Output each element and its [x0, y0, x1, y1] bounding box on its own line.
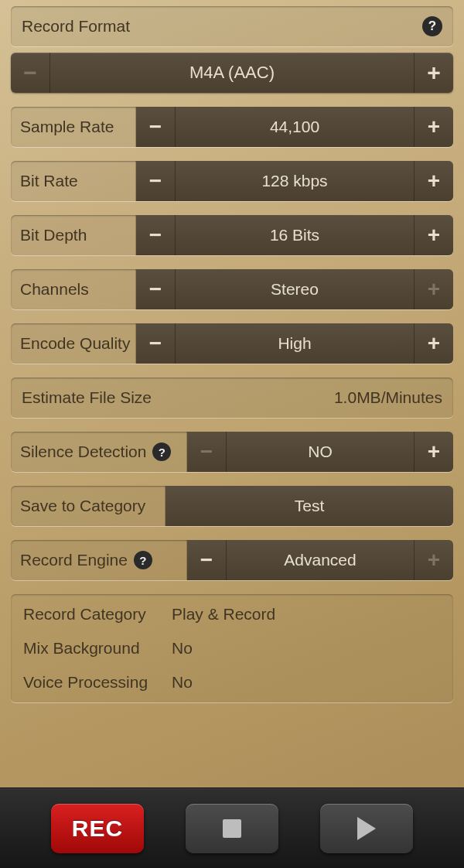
channels-row: Channels − Stereo + [11, 269, 453, 309]
stop-icon [223, 819, 241, 838]
bit-rate-plus-button[interactable]: + [415, 161, 453, 201]
silence-detection-label: Silence Detection [20, 443, 146, 461]
info-record-category-value: Play & Record [172, 605, 441, 624]
estimate-label: Estimate File Size [22, 388, 334, 407]
info-voice-processing: Voice Processing No [23, 673, 441, 692]
engine-plus-button[interactable]: + [415, 540, 453, 580]
save-category-label: Save to Category [20, 497, 145, 515]
bit-depth-row: Bit Depth − 16 Bits + [11, 215, 453, 255]
engine-minus-button[interactable]: − [187, 540, 226, 580]
encode-quality-value[interactable]: High [175, 323, 415, 364]
info-voice-processing-value: No [172, 673, 441, 692]
channels-value[interactable]: Stereo [175, 269, 415, 309]
sample-rate-value[interactable]: 44,100 [175, 107, 415, 147]
info-record-category-key: Record Category [23, 605, 172, 624]
play-icon [357, 817, 376, 840]
channels-plus-button[interactable]: + [415, 269, 453, 309]
stop-button[interactable] [186, 804, 278, 853]
encode-quality-label: Encode Quality [20, 334, 130, 353]
record-button[interactable]: REC [51, 804, 144, 853]
record-format-header: Record Format ? [11, 6, 453, 46]
silence-minus-button[interactable]: − [187, 432, 226, 472]
sample-rate-label: Sample Rate [20, 118, 114, 136]
bit-depth-minus-button[interactable]: − [136, 215, 175, 255]
bit-rate-minus-button[interactable]: − [136, 161, 175, 201]
help-icon[interactable]: ? [422, 16, 442, 36]
channels-minus-button[interactable]: − [136, 269, 175, 309]
format-plus-button[interactable]: + [415, 53, 453, 93]
sample-rate-plus-button[interactable]: + [415, 107, 453, 147]
info-mix-background: Mix Background No [23, 639, 441, 658]
record-engine-label: Record Engine [20, 551, 128, 569]
bit-depth-value[interactable]: 16 Bits [175, 215, 415, 255]
estimate-row: Estimate File Size 1.0MB/Minutes [11, 378, 453, 418]
info-mix-background-value: No [172, 639, 441, 658]
bit-depth-label: Bit Depth [20, 226, 87, 244]
info-record-category: Record Category Play & Record [23, 605, 441, 624]
info-panel: Record Category Play & Record Mix Backgr… [11, 594, 453, 702]
silence-value[interactable]: NO [226, 432, 415, 472]
play-button[interactable] [320, 804, 413, 853]
format-minus-button[interactable]: − [11, 53, 49, 93]
bit-rate-value[interactable]: 128 kbps [175, 161, 415, 201]
save-category-row: Save to Category Test [11, 486, 453, 526]
info-voice-processing-key: Voice Processing [23, 673, 172, 692]
silence-detection-row: Silence Detection ? − NO + [11, 432, 453, 472]
record-format-stepper: − M4A (AAC) + [11, 53, 453, 93]
estimate-value: 1.0MB/Minutes [334, 388, 442, 407]
sample-rate-row: Sample Rate − 44,100 + [11, 107, 453, 147]
sample-rate-minus-button[interactable]: − [136, 107, 175, 147]
record-format-label: Record Format [22, 17, 422, 36]
record-format-value[interactable]: M4A (AAC) [49, 53, 415, 93]
channels-label: Channels [20, 280, 89, 299]
silence-plus-button[interactable]: + [415, 432, 453, 472]
save-category-value[interactable]: Test [165, 486, 453, 526]
toolbar: REC [0, 788, 464, 868]
help-icon[interactable]: ? [152, 443, 171, 461]
encode-quality-plus-button[interactable]: + [415, 323, 453, 364]
record-engine-row: Record Engine ? − Advanced + [11, 540, 453, 580]
bit-rate-label: Bit Rate [20, 172, 78, 190]
info-mix-background-key: Mix Background [23, 639, 172, 658]
help-icon[interactable]: ? [134, 551, 152, 569]
bit-depth-plus-button[interactable]: + [415, 215, 453, 255]
encode-quality-minus-button[interactable]: − [136, 323, 175, 364]
encode-quality-row: Encode Quality − High + [11, 323, 453, 364]
record-engine-value[interactable]: Advanced [226, 540, 415, 580]
bit-rate-row: Bit Rate − 128 kbps + [11, 161, 453, 201]
